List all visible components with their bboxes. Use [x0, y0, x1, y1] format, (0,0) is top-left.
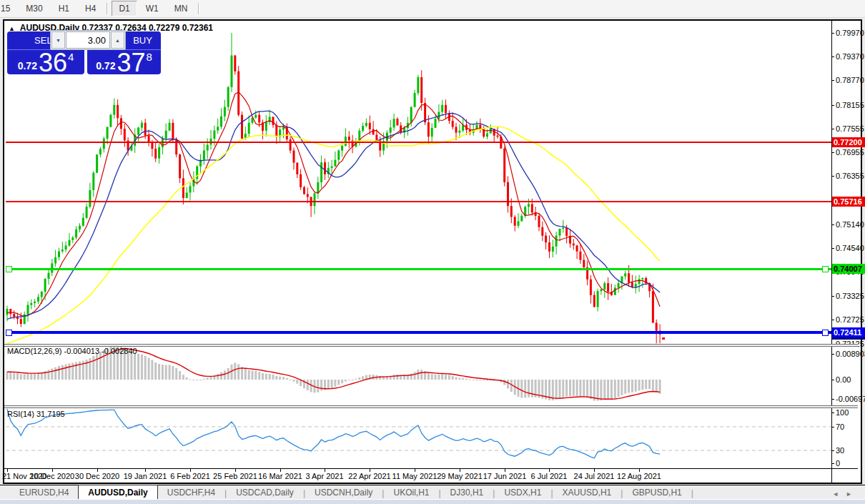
sell-price-sup: 4	[68, 51, 74, 63]
timeframe-button-m30[interactable]: M30	[19, 1, 49, 16]
rsi-tick-label: 30	[836, 446, 844, 455]
rsi-tick-mark	[831, 427, 834, 428]
buy-price-big: 37	[117, 51, 145, 74]
rsi-tick-label: 100	[836, 408, 849, 417]
date-label: 12 Aug 2021	[617, 472, 661, 480]
price-tick-label: 0.78155	[836, 101, 864, 109]
timeframe-button-w1[interactable]: W1	[139, 1, 166, 16]
price-tick-mark	[831, 320, 834, 320]
chart-tab-usdcad-daily[interactable]: USDCAD,Daily	[227, 486, 303, 500]
chart-tab-dj30-h1[interactable]: DJ30,H1	[441, 486, 493, 500]
timeframe-button-mn[interactable]: MN	[167, 1, 195, 16]
date-label: 22 Apr 2021	[348, 472, 390, 480]
price-tick-mark	[831, 296, 834, 297]
chart-tab-usdx-h1[interactable]: USDX,H1	[495, 486, 550, 500]
date-label: 11 May 2021	[392, 472, 438, 480]
line-handle-left[interactable]	[6, 266, 12, 272]
price-tick-label: 0.73325	[836, 292, 864, 300]
macd-tick-mark	[831, 354, 834, 355]
volume-decrease-button[interactable]: ▼	[51, 31, 65, 49]
price-tick-label: 0.75140	[836, 220, 864, 229]
date-label: 6 Jul 2021	[531, 472, 568, 480]
horizontal-level-line-0.74007[interactable]	[6, 268, 831, 270]
buy-price[interactable]: 0.72378	[87, 50, 161, 76]
sell-price[interactable]: 0.72364	[7, 50, 84, 76]
rsi-tick-label: 0	[836, 459, 840, 468]
price-tick-mark	[831, 80, 834, 81]
price-tick-mark	[831, 152, 834, 153]
date-label: 25 Feb 2021	[213, 472, 257, 480]
price-tick-mark	[831, 248, 834, 249]
horizontal-level-line-0.72411[interactable]	[6, 331, 831, 334]
timeframe-button-d1[interactable]: D1	[112, 1, 137, 16]
rsi-label: RSI(14) 31.7195	[7, 410, 65, 418]
chart-tab-gbpusd-h1[interactable]: GBPUSD,H1	[623, 486, 691, 500]
price-level-tag: 0.74007	[832, 264, 865, 274]
macd-tick-mark	[831, 399, 834, 400]
price-tick-label: 0.72725	[836, 315, 864, 324]
date-label: 17 Jun 2021	[483, 472, 527, 480]
chart-tab-eurusd-h4[interactable]: EURUSD,H4	[10, 486, 78, 500]
price-tick-label: 0.77555	[836, 124, 864, 133]
price-tick-label: 0.79370	[836, 52, 864, 61]
chart-tab-audusd-daily[interactable]: AUDUSD,Daily	[78, 485, 157, 500]
price-tick-mark	[831, 224, 834, 225]
volume-increase-button[interactable]: ▲	[111, 31, 124, 49]
macd-tick-label: 0.008903	[836, 350, 865, 358]
chart-tab-bar: EURUSD,H4AUDUSD,DailyUSDCHF,H4|USDCAD,Da…	[0, 485, 865, 500]
price-level-tag: 0.75716	[832, 197, 865, 207]
price-tick-label: 0.76955	[836, 148, 864, 157]
tab-separator: |	[691, 488, 693, 500]
macd-rsi-divider[interactable]	[4, 405, 858, 408]
price-axis-separator	[831, 21, 832, 483]
rsi-value: 31.7195	[36, 410, 65, 418]
toolbar-separator	[198, 3, 199, 14]
price-tick-label: 0.76355	[836, 172, 864, 180]
macd-name: MACD(12,26,9)	[7, 347, 61, 355]
horizontal-level-line-0.77200[interactable]	[6, 142, 831, 143]
price-tick-mark	[831, 105, 834, 106]
rsi-tick-mark	[831, 412, 834, 413]
toolbar-separator	[107, 3, 108, 14]
rsi-tick-label: 70	[836, 423, 844, 431]
time-axis-line	[4, 468, 858, 469]
rsi-tick-mark	[831, 450, 834, 451]
sell-price-big: 36	[39, 51, 67, 74]
chart-tab-xauusd-h1[interactable]: XAUUSD,H1	[553, 486, 621, 500]
macd-values: -0.004013 -0.002840	[64, 347, 137, 355]
timeframe-button-h4[interactable]: H4	[78, 1, 103, 16]
timeframe-toolbar: 15M30H1H4D1W1MN	[0, 0, 865, 18]
chart-window	[3, 19, 862, 484]
price-tick-label: 0.74540	[836, 244, 864, 252]
status-bar	[0, 499, 865, 504]
macd-tick-label: -0.006977	[836, 395, 865, 403]
price-level-tag: 0.77200	[832, 137, 865, 147]
chart-tab-usdchf-h4[interactable]: USDCHF,H4	[158, 486, 224, 500]
price-tick-mark	[831, 176, 834, 177]
volume-input[interactable]: 3.00	[66, 31, 110, 49]
price-tick-mark	[831, 33, 834, 34]
date-label: 6 Feb 2021	[170, 472, 210, 480]
buy-price-sup: 8	[146, 51, 152, 63]
rsi-name: RSI(14)	[7, 410, 34, 418]
price-tick-label: 0.79970	[836, 29, 864, 37]
date-label: 30 Dec 2020	[75, 472, 119, 480]
date-label: 16 Mar 2021	[258, 472, 302, 480]
volume-spinner: ▼ 3.00 ▲	[50, 30, 126, 50]
date-label: 29 May 2021	[437, 472, 483, 480]
price-level-tag: 0.72411	[832, 327, 865, 337]
chart-tab-usdcnh-daily[interactable]: USDCNH,Daily	[305, 486, 382, 500]
sell-price-prefix: 0.72	[18, 60, 37, 71]
price-tick-mark	[831, 129, 834, 129]
horizontal-level-line-0.75716[interactable]	[6, 201, 831, 202]
chart-tab-ukoil-h1[interactable]: UKOil,H1	[384, 486, 438, 500]
timeframe-button-h1[interactable]: H1	[51, 1, 76, 16]
rsi-tick-mark	[831, 463, 834, 464]
macd-label: MACD(12,26,9) -0.004013 -0.002840	[7, 347, 137, 355]
timeframe-button-15[interactable]: 15	[0, 1, 17, 16]
line-handle-right[interactable]	[822, 330, 829, 336]
buy-price-prefix: 0.72	[96, 60, 115, 71]
line-handle-right[interactable]	[822, 266, 829, 272]
line-handle-left[interactable]	[6, 330, 12, 336]
price-tick-label: 0.78770	[836, 76, 864, 84]
